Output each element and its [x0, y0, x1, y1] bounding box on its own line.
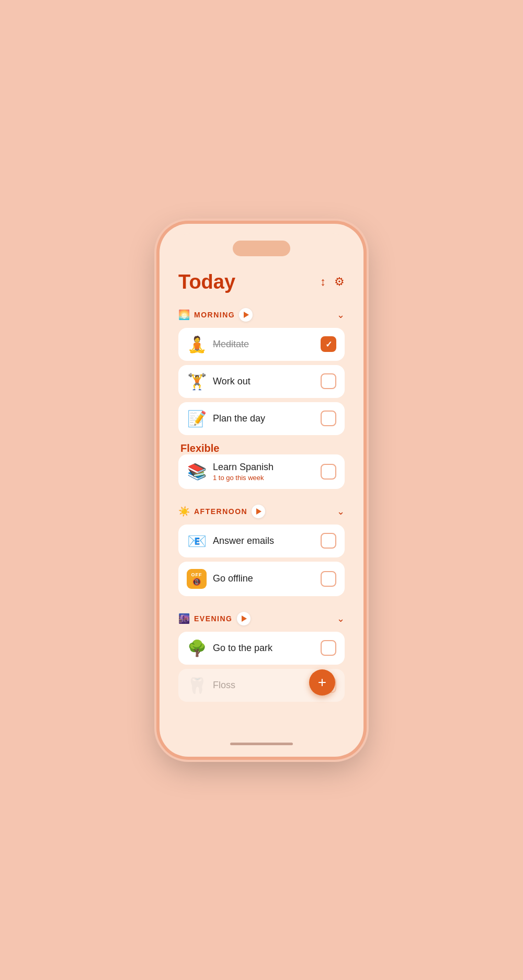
morning-section-left: 🌅 MORNING: [178, 308, 253, 322]
emails-checkbox[interactable]: [321, 533, 336, 549]
header-icons: ↕ ⚙: [320, 275, 345, 289]
park-checkbox[interactable]: [321, 640, 336, 656]
afternoon-icon: ☀️: [178, 506, 190, 517]
meditate-emoji: 🧘: [187, 335, 207, 354]
flexible-section: Flexible 📚 Learn Spanish 1 to go this we…: [178, 442, 345, 489]
meditate-text: Meditate: [213, 339, 314, 350]
workout-text: Work out: [213, 376, 314, 387]
afternoon-label: AFTERNOON: [194, 507, 247, 516]
morning-icon: 🌅: [178, 309, 190, 321]
offline-checkbox[interactable]: [321, 571, 336, 587]
emails-emoji: 📧: [187, 532, 207, 550]
settings-icon[interactable]: ⚙: [334, 275, 345, 289]
home-indicator: [230, 743, 293, 745]
flexible-label: Flexible: [180, 442, 219, 454]
phone-frame: Today ↕ ⚙ 🌅 MORNING ⌄ 🧘: [160, 224, 363, 757]
workout-emoji: 🏋️: [187, 372, 207, 391]
offline-emoji: OFF 📵: [187, 569, 207, 589]
header: Today ↕ ⚙: [178, 271, 345, 293]
page-title: Today: [178, 271, 235, 293]
spanish-checkbox[interactable]: [321, 464, 336, 480]
evening-play-button[interactable]: [237, 612, 251, 625]
morning-play-button[interactable]: [239, 308, 253, 322]
evening-gap: [178, 600, 345, 610]
afternoon-gap: [178, 493, 345, 503]
task-spanish[interactable]: 📚 Learn Spanish 1 to go this week: [178, 454, 345, 489]
task-offline[interactable]: OFF 📵 Go offline: [178, 562, 345, 596]
afternoon-section-header: ☀️ AFTERNOON ⌄: [178, 505, 345, 518]
morning-section-header: 🌅 MORNING ⌄: [178, 308, 345, 322]
task-plan[interactable]: 📝 Plan the day: [178, 402, 345, 435]
floss-text: Floss: [213, 680, 314, 691]
morning-play-triangle: [244, 312, 249, 318]
evening-section-left: 🌆 EVENING: [178, 612, 251, 625]
plan-text: Plan the day: [213, 413, 314, 424]
spanish-subtitle: 1 to go this week: [213, 474, 314, 482]
evening-section-header: 🌆 EVENING ⌄: [178, 612, 345, 625]
afternoon-section-left: ☀️ AFTERNOON: [178, 505, 265, 518]
dynamic-island: [233, 241, 290, 256]
floss-emoji: 🦷: [187, 676, 207, 694]
park-text: Go to the park: [213, 643, 314, 654]
plan-emoji: 📝: [187, 409, 207, 428]
meditate-checkbox[interactable]: ✓: [321, 336, 336, 352]
fab-add-button[interactable]: +: [309, 669, 335, 696]
phone-screen: Today ↕ ⚙ 🌅 MORNING ⌄ 🧘: [169, 233, 354, 747]
morning-chevron[interactable]: ⌄: [337, 309, 345, 321]
plan-checkbox[interactable]: [321, 411, 336, 426]
afternoon-play-triangle: [256, 508, 262, 515]
meditate-check-icon: ✓: [325, 339, 332, 349]
evening-play-triangle: [242, 616, 247, 622]
evening-icon: 🌆: [178, 613, 190, 624]
sort-icon[interactable]: ↕: [320, 275, 326, 289]
task-workout[interactable]: 🏋️ Work out: [178, 365, 345, 398]
fab-plus-icon: +: [318, 675, 326, 690]
afternoon-play-button[interactable]: [252, 505, 265, 518]
screen-content: Today ↕ ⚙ 🌅 MORNING ⌄ 🧘: [169, 256, 354, 722]
offline-text: Go offline: [213, 573, 314, 584]
spanish-text: Learn Spanish: [213, 462, 314, 473]
spanish-emoji: 📚: [187, 462, 207, 481]
park-emoji: 🌳: [187, 639, 207, 657]
emails-text: Answer emails: [213, 535, 314, 546]
afternoon-chevron[interactable]: ⌄: [337, 506, 345, 517]
evening-label: EVENING: [194, 614, 233, 623]
workout-checkbox[interactable]: [321, 373, 336, 389]
task-emails[interactable]: 📧 Answer emails: [178, 525, 345, 557]
task-meditate[interactable]: 🧘 Meditate ✓: [178, 328, 345, 361]
evening-chevron[interactable]: ⌄: [337, 613, 345, 624]
spanish-text-block: Learn Spanish 1 to go this week: [213, 462, 314, 482]
task-park[interactable]: 🌳 Go to the park: [178, 632, 345, 665]
morning-label: MORNING: [194, 311, 235, 319]
